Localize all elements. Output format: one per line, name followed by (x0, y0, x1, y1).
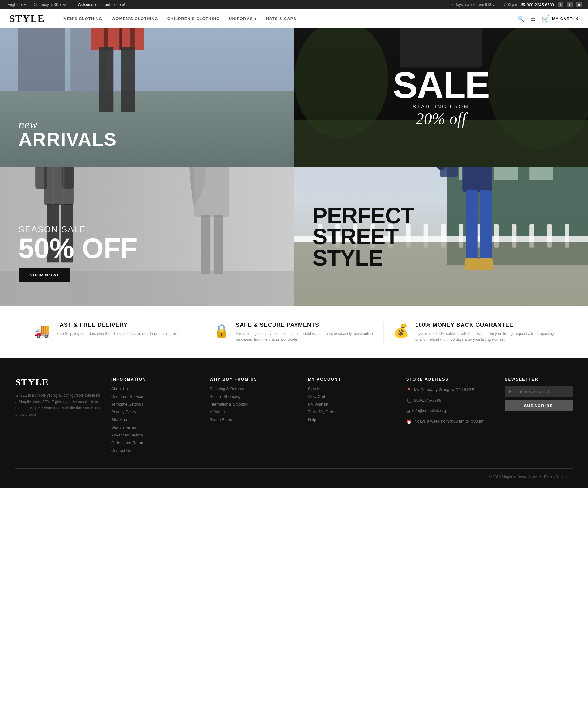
top-bar-right: 7 Days a week from 9:00 am to 7:00 pm ☎ … (451, 2, 582, 7)
twitter-icon[interactable]: t (567, 2, 573, 7)
svg-rect-14 (99, 47, 114, 111)
feature-delivery: 🚚 FAST & FREE DELIVERY Free Shipping on … (25, 322, 204, 342)
banner-season-sale[interactable]: SEASON SALE! 50% OFF SHOP NOW! (0, 167, 294, 306)
address-line: 📍 My Company Glasgow D04 89GR (406, 386, 495, 395)
footer-link-contact-us[interactable]: Contact Us (111, 448, 200, 453)
header-actions: 🔍 ☰ 🛒 MY CART: 0 (518, 15, 579, 23)
footer-link-view-cart[interactable]: View Cart (308, 394, 397, 399)
email-line: ✉ info@demolink.org (406, 407, 495, 415)
google-plus-icon[interactable]: g (576, 2, 582, 7)
footer-link-shipping-returns[interactable]: Shipping & Returns (209, 386, 298, 391)
svg-rect-43 (214, 215, 223, 274)
new-label: new (19, 119, 117, 130)
banner-4-content: PERFECT STREET STYLE (313, 205, 414, 268)
feature-payments-content: SAFE & SECURE PAYMENTS A real-time globa… (236, 322, 374, 342)
phone-icon: 📞 (406, 398, 412, 405)
site-logo[interactable]: STYLE (9, 13, 45, 24)
svg-rect-17 (400, 28, 482, 67)
footer-col-address: STORE ADDRESS 📍 My Company Glasgow D04 8… (406, 377, 495, 456)
feature-delivery-content: FAST & FREE DELIVERY Free Shipping on or… (56, 322, 178, 337)
footer-link-about-us[interactable]: About Us (111, 386, 200, 391)
svg-rect-2 (18, 28, 65, 91)
banner-new-arrivals[interactable]: new ARRIVALS (0, 28, 294, 167)
hours-line: ⏰ 7 days a week from 9:00 am to 7:00 pm (406, 418, 495, 426)
svg-rect-53 (529, 167, 553, 180)
currency-select[interactable]: Currency: USD ▾ (32, 2, 67, 7)
footer-link-secure-shopping[interactable]: Secure Shopping (209, 394, 298, 399)
features-strip: 🚚 FAST & FREE DELIVERY Free Shipping on … (0, 306, 588, 358)
subscribe-button[interactable]: SUBSCRIBE (504, 400, 573, 411)
language-select[interactable]: English ▾ (6, 2, 28, 7)
footer-brand-desc: STYLE is a simple yet highly configurabl… (15, 392, 102, 417)
guarantee-title: 100% MONEY BACK GUARANTEE (415, 322, 554, 328)
footer-link-customer-service[interactable]: Customer Service (111, 394, 200, 399)
footer-address-title: STORE ADDRESS (406, 377, 495, 381)
banner-2-content: SALE STARTING FROM 20% off (393, 68, 489, 128)
footer-link-search-terms[interactable]: Search Terms (111, 425, 200, 430)
footer-link-intl-shipping[interactable]: International Shipping (209, 402, 298, 406)
footer-col-why-buy: WHY BUY FROM US Shipping & Returns Secur… (209, 377, 298, 456)
phone-line: 📞 800-2345-6789 (406, 397, 495, 405)
menu-icon[interactable]: ☰ (530, 15, 535, 22)
feature-guarantee-content: 100% MONEY BACK GUARANTEE If you're not … (415, 322, 554, 342)
footer-col-newsletter: NEWSLETTER SUBSCRIBE (504, 377, 573, 456)
big-pct-label: 50% OFF (19, 234, 137, 262)
facebook-icon[interactable]: f (558, 2, 563, 7)
payments-desc: A real-time global payment solution that… (236, 331, 374, 342)
footer-brand: STYLE STYLE is a simple yet highly confi… (15, 377, 102, 456)
clock-icon: ⏰ (406, 418, 412, 426)
banner-3-content: SEASON SALE! 50% OFF SHOP NOW! (19, 225, 137, 282)
footer-link-track-order[interactable]: Track My Order (308, 410, 397, 414)
store-email: info@demolink.org (413, 407, 446, 414)
address-text: My Company Glasgow D04 89GR (414, 386, 475, 393)
footer-link-advanced-search[interactable]: Advanced Search (111, 433, 200, 437)
footer-link-affiliates[interactable]: Affiliates (209, 410, 298, 414)
footer-bottom: © 2016 Magento Demo Store. All Rights Re… (15, 468, 573, 479)
welcome-message: Welcome to our online store! (78, 2, 125, 7)
footer-link-group-sales[interactable]: Group Sales (209, 417, 298, 422)
svg-rect-76 (479, 258, 493, 270)
svg-rect-5 (91, 28, 144, 50)
nav-womens[interactable]: WOMEN'S CLOTHING (111, 16, 158, 21)
newsletter-title: NEWSLETTER (504, 377, 573, 381)
nav-mens[interactable]: MEN'S CLOTHING (63, 16, 102, 21)
svg-rect-72 (462, 167, 492, 192)
footer-link-wishlist[interactable]: My Wishlist (308, 402, 397, 406)
footer-logo: STYLE (15, 377, 102, 387)
svg-rect-42 (201, 215, 210, 274)
newsletter-email-input[interactable] (504, 386, 573, 397)
feature-payments: 🔒 SAFE & SECURE PAYMENTS A real-time glo… (204, 322, 384, 342)
shop-now-button[interactable]: SHOP NOW! (19, 268, 70, 282)
store-address: 📍 My Company Glasgow D04 89GR 📞 800-2345… (406, 386, 495, 426)
banner-street-style[interactable]: PERFECT STREET STYLE (294, 167, 588, 306)
footer-link-help[interactable]: Help (308, 417, 397, 422)
svg-rect-15 (121, 47, 135, 111)
store-hours: 7 days a week from 9:00 am to 7:00 pm (414, 418, 485, 425)
footer-link-orders-returns[interactable]: Orders and Returns (111, 440, 200, 445)
nav-uniforms[interactable]: UNIFORMS ▾ (229, 16, 257, 21)
nav-hats[interactable]: HATS & CAPS (266, 16, 296, 21)
footer-link-sign-in[interactable]: Sign In (308, 386, 397, 391)
svg-rect-74 (480, 190, 492, 260)
header: STYLE MEN'S CLOTHING WOMEN'S CLOTHING CH… (0, 9, 588, 28)
hero-grid: new ARRIVALS (0, 28, 588, 306)
footer-link-privacy-policy[interactable]: Privacy Policy (111, 410, 200, 414)
nav-childrens[interactable]: CHILDREN'S CLOTHING (167, 16, 220, 21)
copyright-text: © 2016 Magento Demo Store. All Rights Re… (489, 475, 573, 479)
banner-sale[interactable]: SALE STARTING FROM 20% off (294, 28, 588, 167)
footer-link-site-map[interactable]: Site Map (111, 417, 200, 422)
footer-information-title: INFORMATION (111, 377, 200, 381)
main-nav: MEN'S CLOTHING WOMEN'S CLOTHING CHILDREN… (63, 16, 518, 21)
location-icon: 📍 (406, 387, 412, 395)
cart-label: MY CART: (552, 16, 574, 21)
search-icon[interactable]: 🔍 (518, 15, 524, 22)
svg-rect-73 (466, 190, 478, 260)
svg-rect-32 (35, 167, 47, 189)
sale-label: SALE (393, 68, 489, 102)
svg-rect-52 (494, 167, 518, 180)
footer-link-template-settings[interactable]: Template Settings (111, 402, 200, 406)
email-icon: ✉ (406, 408, 410, 415)
cart-button[interactable]: 🛒 MY CART: 0 (542, 15, 579, 23)
banner-1-content: new ARRIVALS (19, 119, 117, 149)
footer-top: STYLE STYLE is a simple yet highly confi… (15, 377, 573, 456)
